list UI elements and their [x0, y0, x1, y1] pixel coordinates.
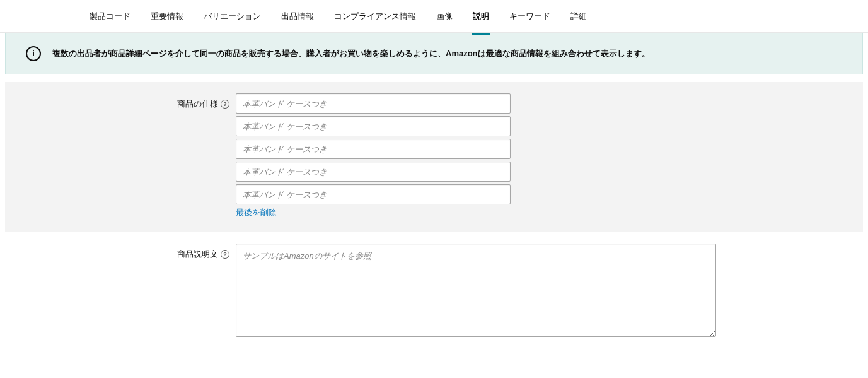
info-icon: i	[26, 46, 41, 61]
tab-product-code[interactable]: 製品コード	[88, 8, 132, 25]
product-spec-input-1[interactable]	[236, 93, 511, 114]
help-icon[interactable]: ?	[221, 250, 229, 259]
tab-compliance[interactable]: コンプライアンス情報	[333, 8, 417, 25]
remove-last-link[interactable]: 最後を削除	[236, 207, 277, 218]
product-spec-label: 商品の仕様	[177, 98, 218, 110]
tab-keywords[interactable]: キーワード	[508, 8, 552, 25]
product-spec-input-2[interactable]	[236, 116, 511, 136]
product-spec-input-3[interactable]	[236, 139, 511, 159]
help-icon[interactable]: ?	[221, 100, 229, 109]
tab-bar: 製品コード 重要情報 バリエーション 出品情報 コンプライアンス情報 画像 説明…	[0, 0, 868, 33]
tab-offer[interactable]: 出品情報	[280, 8, 315, 25]
product-description-label: 商品説明文	[177, 249, 218, 260]
tab-description[interactable]: 説明	[472, 8, 490, 25]
product-spec-section: 商品の仕様 ? 最後を削除	[5, 82, 863, 232]
info-banner-text: 複数の出品者が商品詳細ページを介して同一の商品を販売する場合、購入者がお買い物を…	[52, 46, 650, 59]
product-spec-input-4[interactable]	[236, 162, 511, 182]
tab-vital-info[interactable]: 重要情報	[149, 8, 185, 25]
tab-more-details[interactable]: 詳細	[569, 8, 588, 25]
product-description-textarea[interactable]	[236, 244, 716, 337]
tab-images[interactable]: 画像	[435, 8, 454, 25]
tab-variation[interactable]: バリエーション	[202, 8, 262, 25]
info-banner: i 複数の出品者が商品詳細ページを介して同一の商品を販売する場合、購入者がお買い…	[5, 33, 863, 74]
product-spec-input-5[interactable]	[236, 184, 511, 204]
product-description-section: 商品説明文 ?	[5, 232, 863, 353]
